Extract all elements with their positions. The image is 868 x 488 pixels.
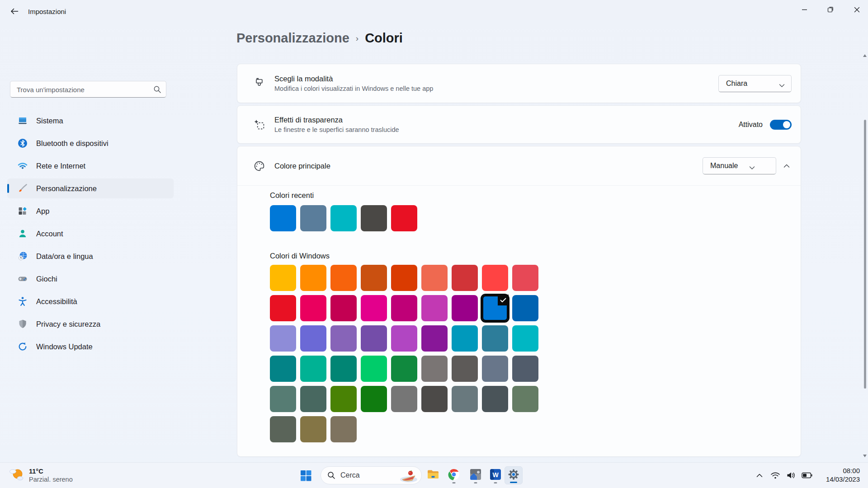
scrollbar-down-arrow-icon[interactable] <box>863 455 867 457</box>
windows-color-swatch[interactable] <box>300 265 326 291</box>
chevron-up-icon[interactable] <box>754 469 765 481</box>
accent-dropdown-value: Manuale <box>710 162 738 170</box>
weather-icon <box>8 467 24 483</box>
windows-color-swatch[interactable] <box>452 356 478 382</box>
sidebar-item-bluetooth[interactable]: Bluetooth e dispositivi <box>7 133 174 153</box>
sidebar-item-network[interactable]: Rete e Internet <box>7 156 174 176</box>
sidebar-item-personalization[interactable]: Personalizzazione <box>7 178 174 198</box>
back-button[interactable] <box>6 3 23 19</box>
accent-mode-dropdown[interactable]: Manuale <box>703 157 776 174</box>
recent-color-swatch[interactable] <box>330 205 357 231</box>
mode-title: Scegli la modalità <box>274 75 433 83</box>
windows-color-swatch[interactable] <box>330 325 357 352</box>
selected-color-swatch[interactable] <box>482 295 508 321</box>
windows-color-swatch[interactable] <box>391 265 417 291</box>
windows-color-swatch[interactable] <box>512 356 538 382</box>
windows-color-swatch[interactable] <box>361 295 387 321</box>
windows-color-swatch[interactable] <box>512 295 538 321</box>
windows-color-swatch[interactable] <box>270 295 296 321</box>
windows-color-swatch[interactable] <box>300 295 326 321</box>
windows-color-swatch[interactable] <box>421 386 448 412</box>
breadcrumb-parent[interactable]: Personalizzazione <box>236 31 349 46</box>
windows-color-swatch[interactable] <box>391 295 417 321</box>
windows-color-swatch[interactable] <box>361 325 387 352</box>
search-input[interactable] <box>16 82 149 98</box>
start-button[interactable] <box>297 466 315 484</box>
weather-widget[interactable]: 11°C Parzial. sereno <box>5 466 75 485</box>
wifi-icon[interactable] <box>769 469 781 481</box>
minimize-button[interactable] <box>793 0 816 19</box>
windows-color-swatch[interactable] <box>421 265 448 291</box>
windows-color-swatch[interactable] <box>330 386 357 412</box>
sidebar-item-update[interactable]: Windows Update <box>7 337 174 357</box>
sidebar-item-system[interactable]: Sistema <box>7 111 174 131</box>
selected-check-icon <box>498 295 509 305</box>
windows-color-swatch[interactable] <box>452 325 478 352</box>
sidebar-item-account[interactable]: Account <box>7 224 174 244</box>
search-highlight-pie-icon[interactable] <box>399 469 419 483</box>
close-button[interactable] <box>845 0 868 19</box>
windows-color-swatch[interactable] <box>512 386 538 412</box>
sidebar-item-privacy[interactable]: Privacy e sicurezza <box>7 314 174 334</box>
mode-dropdown[interactable]: Chiara <box>718 75 792 92</box>
clock-widget[interactable]: 08:00 14/03/2023 <box>826 467 860 483</box>
settings-taskbar-button[interactable] <box>505 466 523 484</box>
windows-color-swatch[interactable] <box>512 265 538 291</box>
windows-color-swatch[interactable] <box>482 356 508 382</box>
sidebar-item-datetime[interactable]: Data/ora e lingua <box>7 246 174 266</box>
windows-color-swatch[interactable] <box>391 356 417 382</box>
recent-color-swatch[interactable] <box>270 205 296 231</box>
photos-taskbar-button[interactable] <box>467 466 485 484</box>
windows-color-swatch[interactable] <box>421 325 448 352</box>
windows-color-swatch[interactable] <box>270 386 296 412</box>
scrollbar-up-arrow-icon[interactable] <box>863 54 867 57</box>
windows-color-swatch[interactable] <box>361 386 387 412</box>
windows-color-swatch[interactable] <box>270 416 296 442</box>
windows-color-swatch[interactable] <box>300 325 326 352</box>
windows-color-swatch[interactable] <box>330 356 357 382</box>
windows-color-swatch[interactable] <box>482 265 508 291</box>
scrollbar[interactable] <box>863 53 867 458</box>
taskbar-search-box[interactable]: Cerca <box>321 466 422 484</box>
running-indicator <box>510 482 517 483</box>
windows-color-swatch[interactable] <box>330 416 357 442</box>
windows-color-swatch[interactable] <box>270 325 296 352</box>
windows-color-swatch[interactable] <box>361 356 387 382</box>
sidebar-item-label: Data/ora e lingua <box>36 252 93 261</box>
windows-color-swatch[interactable] <box>452 295 478 321</box>
titlebar: Impostazioni <box>0 0 868 23</box>
windows-color-swatch[interactable] <box>452 386 478 412</box>
recent-color-swatch[interactable] <box>300 205 326 231</box>
chrome-taskbar-button[interactable] <box>445 466 463 484</box>
restore-button[interactable] <box>819 0 842 19</box>
windows-color-swatch[interactable] <box>421 295 448 321</box>
sidebar-item-apps[interactable]: App <box>7 201 174 221</box>
windows-color-swatch[interactable] <box>300 356 326 382</box>
windows-color-swatch[interactable] <box>300 416 326 442</box>
volume-icon[interactable] <box>785 469 797 481</box>
windows-color-swatch[interactable] <box>330 295 357 321</box>
sidebar-item-gaming[interactable]: Giochi <box>7 269 174 289</box>
windows-color-swatch[interactable] <box>512 325 538 352</box>
transparency-toggle[interactable] <box>770 120 792 130</box>
windows-color-swatch[interactable] <box>270 356 296 382</box>
collapse-section-button[interactable] <box>780 159 793 173</box>
windows-color-swatch[interactable] <box>452 265 478 291</box>
recent-color-swatch[interactable] <box>361 205 387 231</box>
file-explorer-taskbar-button[interactable] <box>424 466 442 484</box>
scrollbar-thumb[interactable] <box>864 120 866 389</box>
windows-color-swatch[interactable] <box>482 325 508 352</box>
windows-color-swatch[interactable] <box>361 265 387 291</box>
sidebar-item-accessibility[interactable]: Accessibilità <box>7 291 174 311</box>
windows-color-swatch[interactable] <box>300 386 326 412</box>
battery-icon[interactable] <box>801 469 813 481</box>
windows-color-swatch[interactable] <box>270 265 296 291</box>
word-taskbar-button[interactable]: W <box>486 466 505 484</box>
settings-search-box[interactable] <box>10 81 166 98</box>
windows-color-swatch[interactable] <box>391 325 417 352</box>
windows-color-swatch[interactable] <box>421 356 448 382</box>
windows-color-swatch[interactable] <box>330 265 357 291</box>
windows-color-swatch[interactable] <box>482 386 508 412</box>
recent-color-swatch[interactable] <box>391 205 417 231</box>
windows-color-swatch[interactable] <box>391 386 417 412</box>
